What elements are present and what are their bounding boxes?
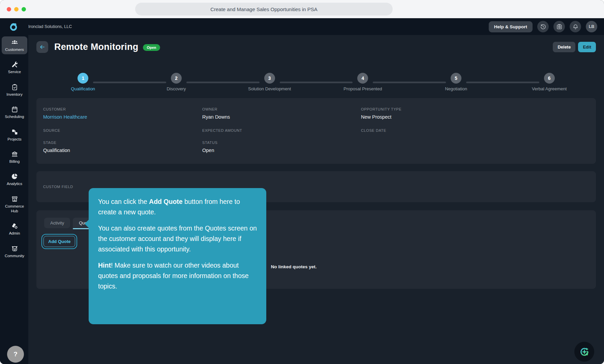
tooltip-paragraph: You can also create quotes from the Quot… bbox=[98, 223, 257, 254]
field-close-date: CLOSE DATE bbox=[361, 128, 589, 132]
step-discovery[interactable]: 2 Discovery bbox=[130, 73, 223, 91]
field-label: STAGE bbox=[43, 141, 202, 145]
tooltip-paragraph: Hint! Make sure to watch our other video… bbox=[98, 260, 257, 292]
step-label: Proposal Presented bbox=[343, 86, 382, 91]
back-button[interactable] bbox=[36, 41, 48, 53]
field-value: Ryan Downs bbox=[202, 114, 361, 120]
customer-link[interactable]: Morrison Healthcare bbox=[43, 114, 202, 120]
step-label: Discovery bbox=[167, 86, 186, 91]
step-verbal-agreement[interactable]: 6 Verbal Agreement bbox=[503, 73, 596, 91]
sidebar-item-label: Projects bbox=[7, 137, 22, 142]
add-quote-button[interactable]: Add Quote bbox=[43, 236, 75, 247]
sidebar-item-label: Admin bbox=[9, 231, 20, 236]
field-label: EXPECTED AMOUNT bbox=[202, 128, 361, 132]
traffic-lights bbox=[7, 7, 26, 11]
sidebar-item-label: Service bbox=[8, 69, 21, 74]
community-icon bbox=[11, 245, 18, 252]
step-qualification[interactable]: 1 Qualification bbox=[36, 73, 130, 91]
sidebar-item-label: Commerce Hub bbox=[2, 204, 27, 214]
status-badge: Open bbox=[143, 44, 160, 51]
step-proposal-presented[interactable]: 4 Proposal Presented bbox=[316, 73, 410, 91]
delete-button[interactable]: Delete bbox=[553, 42, 575, 52]
edit-button[interactable]: Edit bbox=[578, 42, 596, 52]
help-button[interactable]: ? bbox=[7, 346, 24, 363]
titlebar: Create and Manage Sales Opportunities in… bbox=[0, 0, 604, 18]
field-value: Qualification bbox=[43, 148, 202, 154]
close-window-button[interactable] bbox=[7, 7, 11, 11]
sidebar-item-commerce-hub[interactable]: Commerce Hub bbox=[2, 193, 27, 216]
field-stage: STAGE Qualification bbox=[43, 141, 202, 154]
admin-icon bbox=[11, 222, 18, 230]
company-name: Ironclad Solutions, LLC bbox=[28, 24, 72, 29]
app-window: Create and Manage Sales Opportunities in… bbox=[0, 0, 604, 364]
tooltip-arrow bbox=[85, 219, 89, 228]
sidebar-item-community[interactable]: Community bbox=[2, 243, 27, 261]
step-number: 2 bbox=[171, 73, 182, 84]
tooltip-paragraph: You can click the Add Quote button from … bbox=[98, 196, 257, 217]
sidebar: Customers Service Inventory Scheduling P… bbox=[0, 35, 28, 364]
step-number: 1 bbox=[78, 73, 88, 84]
ai-sparkle-icon bbox=[579, 346, 590, 358]
field-label: STATUS bbox=[202, 141, 361, 145]
window-title: Create and Manage Sales Opportunities in… bbox=[210, 6, 318, 12]
opportunity-details-card: CUSTOMER Morrison Healthcare OWNER Ryan … bbox=[36, 98, 596, 164]
sidebar-item-projects[interactable]: Projects bbox=[2, 126, 27, 144]
step-label: Solution Development bbox=[248, 86, 291, 91]
analytics-icon bbox=[11, 173, 18, 180]
step-label: Verbal Agreement bbox=[532, 86, 567, 91]
step-number: 4 bbox=[357, 73, 368, 84]
field-blank bbox=[361, 141, 589, 154]
sidebar-item-admin[interactable]: Admin bbox=[2, 220, 27, 238]
browser-tab-pill[interactable]: Create and Manage Sales Opportunities in… bbox=[135, 3, 393, 16]
top-navbar: Ironclad Solutions, LLC Help & Support L… bbox=[0, 18, 604, 35]
app-logo-icon[interactable] bbox=[9, 22, 19, 32]
zoom-window-button[interactable] bbox=[22, 7, 26, 11]
sidebar-item-scheduling[interactable]: Scheduling bbox=[2, 103, 27, 121]
field-label: CUSTOMER bbox=[43, 107, 202, 111]
history-icon[interactable] bbox=[537, 21, 549, 32]
field-opportunity-type: OPPORTUNITY TYPE New Prospect bbox=[361, 107, 589, 120]
bell-icon[interactable] bbox=[570, 21, 581, 32]
field-source: SOURCE bbox=[43, 128, 202, 132]
field-owner: OWNER Ryan Downs bbox=[202, 107, 361, 120]
field-status: STATUS Open bbox=[202, 141, 361, 154]
step-number: 3 bbox=[264, 73, 275, 84]
sidebar-item-inventory[interactable]: Inventory bbox=[2, 81, 27, 99]
step-number: 6 bbox=[544, 73, 555, 84]
page-header: Remote Monitoring Open Delete Edit bbox=[28, 35, 604, 54]
step-solution-development[interactable]: 3 Solution Development bbox=[223, 73, 316, 91]
sidebar-item-analytics[interactable]: Analytics bbox=[2, 171, 27, 188]
field-customer: CUSTOMER Morrison Healthcare bbox=[43, 107, 202, 120]
user-avatar[interactable]: LB bbox=[586, 21, 597, 32]
step-number: 5 bbox=[451, 73, 461, 84]
field-label: OPPORTUNITY TYPE bbox=[361, 107, 589, 111]
field-label: CLOSE DATE bbox=[361, 128, 589, 132]
scheduling-icon bbox=[11, 106, 18, 113]
avatar-initials: LB bbox=[589, 24, 595, 29]
field-value: Open bbox=[202, 148, 361, 154]
sidebar-item-customers[interactable]: Customers bbox=[2, 36, 27, 54]
field-label: SOURCE bbox=[43, 128, 202, 132]
sidebar-item-service[interactable]: Service bbox=[2, 59, 27, 77]
customers-icon bbox=[11, 39, 18, 46]
help-support-button[interactable]: Help & Support bbox=[489, 21, 533, 32]
ai-assistant-button[interactable] bbox=[574, 342, 594, 362]
onboarding-tooltip: You can click the Add Quote button from … bbox=[89, 188, 266, 324]
sidebar-item-label: Billing bbox=[9, 159, 20, 164]
sidebar-item-label: Customers bbox=[5, 47, 24, 52]
projects-icon bbox=[11, 128, 18, 135]
commerce-hub-icon bbox=[11, 195, 18, 203]
custom-field-label: CUSTOM FIELD bbox=[43, 185, 73, 189]
field-value: New Prospect bbox=[361, 114, 589, 120]
sidebar-item-billing[interactable]: Billing bbox=[2, 148, 27, 166]
sidebar-item-label: Inventory bbox=[6, 92, 22, 97]
service-icon bbox=[11, 61, 18, 68]
add-quote-highlight-ring: Add Quote bbox=[41, 234, 77, 249]
step-negotiation[interactable]: 5 Negotiation bbox=[410, 73, 503, 91]
minimize-window-button[interactable] bbox=[14, 7, 19, 11]
billing-icon bbox=[11, 151, 18, 158]
punch-clock-icon[interactable] bbox=[553, 21, 565, 32]
tab-activity[interactable]: Activity bbox=[44, 218, 70, 228]
step-label: Qualification bbox=[71, 86, 95, 91]
sidebar-item-label: Scheduling bbox=[5, 114, 24, 119]
